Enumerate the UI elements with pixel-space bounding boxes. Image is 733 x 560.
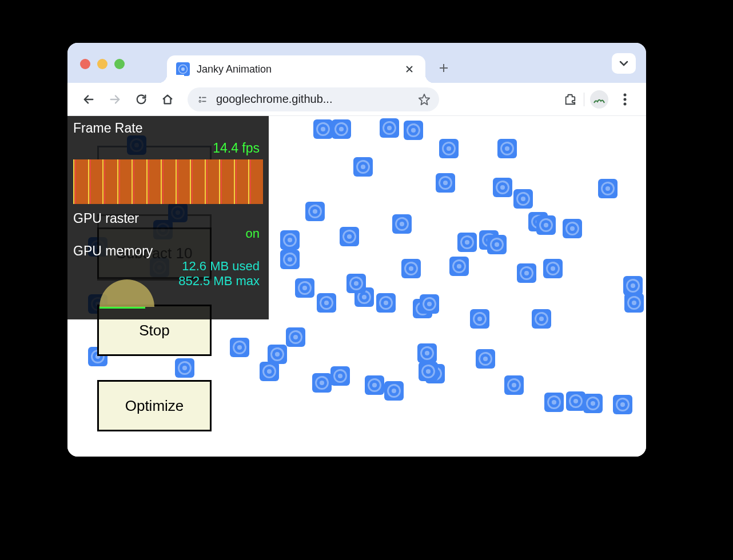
- svg-point-30: [313, 209, 317, 214]
- gpu-raster-label: GPU raster: [73, 211, 263, 226]
- svg-point-94: [338, 374, 342, 378]
- svg-point-1: [181, 67, 185, 71]
- svg-point-66: [362, 295, 366, 299]
- svg-point-62: [302, 286, 307, 290]
- chrome-logo-sprite: [380, 118, 399, 138]
- svg-point-112: [620, 402, 625, 407]
- new-tab-button[interactable]: [436, 60, 452, 76]
- chrome-logo-sprite: [401, 259, 421, 278]
- reload-button[interactable]: [130, 89, 152, 110]
- svg-point-76: [539, 317, 544, 321]
- browser-window: Janky Animation googlechrome.: [67, 43, 646, 457]
- svg-point-92: [320, 381, 324, 385]
- tab-search-button[interactable]: [612, 53, 636, 74]
- fps-graph: [73, 159, 263, 204]
- svg-point-24: [500, 185, 505, 190]
- svg-point-46: [465, 240, 469, 245]
- chrome-logo-sprite: [504, 375, 524, 395]
- svg-point-58: [551, 266, 555, 271]
- favicon-chrome-icon: [176, 62, 190, 76]
- site-info-icon[interactable]: [194, 91, 210, 107]
- address-bar[interactable]: googlechrome.github...: [188, 87, 439, 111]
- chrome-logo-sprite: [332, 119, 351, 139]
- chrome-logo-sprite: [404, 121, 423, 140]
- home-button[interactable]: [157, 89, 178, 110]
- svg-point-6: [624, 93, 627, 96]
- svg-point-14: [387, 126, 392, 130]
- profile-avatar[interactable]: [590, 90, 608, 109]
- chrome-logo-sprite: [543, 259, 563, 278]
- kebab-menu-icon[interactable]: [614, 89, 636, 110]
- bookmark-star-icon[interactable]: [416, 91, 432, 107]
- svg-point-54: [457, 264, 461, 269]
- chrome-logo-sprite: [566, 391, 585, 411]
- tab-strip: Janky Animation: [67, 43, 646, 83]
- svg-point-108: [573, 399, 578, 403]
- close-window-button[interactable]: [80, 59, 90, 69]
- browser-tab[interactable]: Janky Animation: [167, 55, 425, 83]
- svg-point-106: [512, 383, 516, 387]
- chrome-logo-sprite: [280, 250, 300, 269]
- svg-point-64: [324, 301, 329, 305]
- svg-point-22: [443, 181, 448, 185]
- chrome-logo-sprite: [175, 358, 194, 378]
- chrome-logo-sprite: [330, 366, 350, 386]
- chrome-logo-sprite: [613, 395, 632, 414]
- chrome-logo-sprite: [536, 215, 556, 235]
- chrome-logo-sprite: [420, 294, 439, 314]
- chrome-logo-sprite: [583, 394, 603, 413]
- svg-point-98: [392, 389, 396, 393]
- svg-point-132: [426, 369, 431, 374]
- svg-point-84: [275, 352, 280, 357]
- chrome-logo-sprite: [365, 375, 384, 395]
- chrome-logo-sprite: [346, 274, 366, 293]
- close-tab-button[interactable]: [403, 62, 416, 76]
- svg-point-32: [347, 234, 352, 239]
- chrome-logo-sprite: [340, 227, 359, 246]
- frame-rate-label: Frame Rate: [73, 121, 263, 136]
- gpu-memory-label: GPU memory: [73, 243, 263, 259]
- svg-point-86: [237, 345, 242, 350]
- maximize-window-button[interactable]: [114, 59, 125, 69]
- tab-title: Janky Animation: [197, 63, 396, 75]
- back-button[interactable]: [78, 89, 99, 110]
- svg-point-80: [293, 335, 298, 339]
- fps-meter-overlay: Frame Rate 14.4 fps GPU raster on GPU me…: [67, 116, 269, 319]
- extensions-icon[interactable]: [562, 91, 578, 107]
- minimize-window-button[interactable]: [97, 59, 107, 69]
- svg-point-96: [372, 383, 377, 387]
- svg-point-2: [199, 97, 201, 98]
- svg-point-52: [409, 266, 413, 271]
- svg-point-50: [495, 242, 499, 247]
- chrome-logo-sprite: [439, 139, 459, 158]
- svg-point-88: [182, 366, 187, 370]
- chrome-logo-sprite: [598, 179, 618, 198]
- svg-point-4: [199, 100, 201, 102]
- svg-point-100: [425, 351, 429, 355]
- chrome-logo-sprite: [353, 157, 373, 177]
- chrome-logo-sprite: [286, 327, 305, 347]
- svg-point-8: [624, 102, 627, 105]
- svg-rect-3: [202, 97, 206, 98]
- gpu-raster-value: on: [73, 226, 263, 241]
- chrome-logo-sprite: [313, 119, 333, 139]
- svg-point-56: [524, 271, 529, 275]
- url-text: googlechrome.github...: [216, 93, 411, 106]
- gpu-memory-indicator: [99, 307, 145, 309]
- svg-point-104: [483, 357, 488, 361]
- svg-point-38: [544, 223, 548, 227]
- chrome-logo-sprite: [312, 373, 332, 393]
- svg-point-42: [288, 238, 292, 242]
- svg-point-110: [591, 401, 595, 406]
- toolbar-divider: [584, 93, 584, 106]
- optimize-button[interactable]: Optimize: [97, 380, 212, 431]
- chrome-logo-sprite: [295, 278, 314, 298]
- forward-button[interactable]: [104, 89, 126, 110]
- chrome-logo-sprite: [513, 189, 533, 209]
- chrome-logo-sprite: [419, 362, 438, 381]
- chrome-logo-sprite: [532, 309, 551, 329]
- chrome-logo-sprite: [449, 257, 469, 276]
- svg-point-78: [632, 301, 636, 305]
- chrome-logo-sprite: [317, 293, 336, 313]
- chrome-logo-sprite: [376, 293, 396, 313]
